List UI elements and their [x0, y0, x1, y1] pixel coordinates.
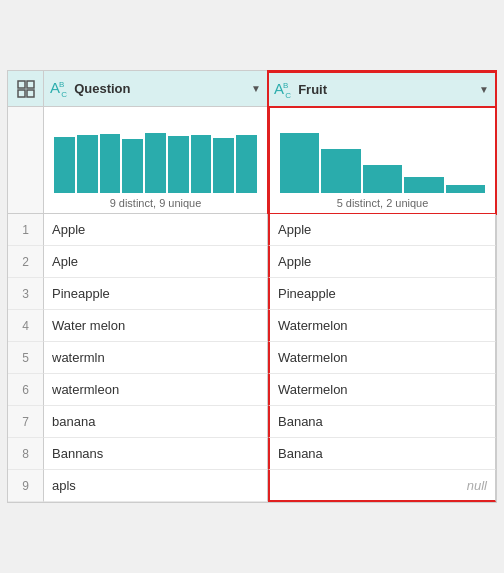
fruit-cell: Apple [268, 246, 496, 278]
question-column-header[interactable]: ABC Question ▼ [44, 71, 268, 107]
question-col-dropdown[interactable]: ▼ [251, 83, 261, 94]
bar [363, 165, 402, 193]
bar [77, 135, 98, 193]
fruit-col-dropdown[interactable]: ▼ [479, 84, 489, 95]
grid-icon [16, 79, 36, 99]
row-number: 9 [8, 470, 44, 502]
question-col-label: Question [74, 81, 130, 96]
fruit-column-header[interactable]: ABC Fruit ▼ [268, 71, 496, 107]
fruit-cell: Apple [268, 214, 496, 246]
question-bars [50, 113, 261, 193]
bar [191, 135, 212, 193]
question-cell: Pineapple [44, 278, 268, 310]
question-cell: Aple [44, 246, 268, 278]
bar [280, 133, 319, 193]
svg-rect-2 [18, 90, 25, 97]
fruit-cell: Watermelon [268, 310, 496, 342]
question-cell: banana [44, 406, 268, 438]
bar [54, 137, 75, 193]
bar [446, 185, 485, 193]
bar [404, 177, 443, 193]
question-cell: apls [44, 470, 268, 502]
bar [145, 133, 166, 193]
svg-rect-3 [27, 90, 34, 97]
bar [321, 149, 360, 193]
fruit-cell: Pineapple [268, 278, 496, 310]
svg-rect-0 [18, 81, 25, 88]
table-grid: ABC Question ▼ ABC Fruit ▼ 9 distinct, 9… [8, 71, 496, 502]
fruit-col-label: Fruit [298, 82, 327, 97]
question-cell: watermln [44, 342, 268, 374]
question-chart-label: 9 distinct, 9 unique [110, 197, 202, 209]
row-number: 3 [8, 278, 44, 310]
question-cell: watermleon [44, 374, 268, 406]
chart-row-num [8, 107, 44, 214]
fruit-cell: Watermelon [268, 342, 496, 374]
fruit-cell: Banana [268, 438, 496, 470]
row-number: 5 [8, 342, 44, 374]
fruit-cell: Watermelon [268, 374, 496, 406]
row-number: 6 [8, 374, 44, 406]
question-chart-cell: 9 distinct, 9 unique [44, 107, 268, 214]
bar [236, 135, 257, 193]
question-col-type-icon: ABC [50, 79, 66, 99]
svg-rect-1 [27, 81, 34, 88]
fruit-chart-cell: 5 distinct, 2 unique [268, 107, 496, 214]
row-number: 2 [8, 246, 44, 278]
fruit-cell: null [268, 470, 496, 502]
row-number: 4 [8, 310, 44, 342]
fruit-chart-label: 5 distinct, 2 unique [337, 197, 429, 209]
bar [213, 138, 234, 193]
question-cell: Bannans [44, 438, 268, 470]
question-cell: Apple [44, 214, 268, 246]
question-cell: Water melon [44, 310, 268, 342]
fruit-bars [276, 113, 489, 193]
bar [168, 136, 189, 193]
grid-icon-cell [8, 71, 44, 107]
data-table: ABC Question ▼ ABC Fruit ▼ 9 distinct, 9… [7, 70, 497, 503]
fruit-col-type-icon: ABC [274, 80, 290, 100]
bar [122, 139, 143, 193]
row-number: 1 [8, 214, 44, 246]
row-number: 7 [8, 406, 44, 438]
row-number: 8 [8, 438, 44, 470]
bar [100, 134, 121, 193]
fruit-cell: Banana [268, 406, 496, 438]
